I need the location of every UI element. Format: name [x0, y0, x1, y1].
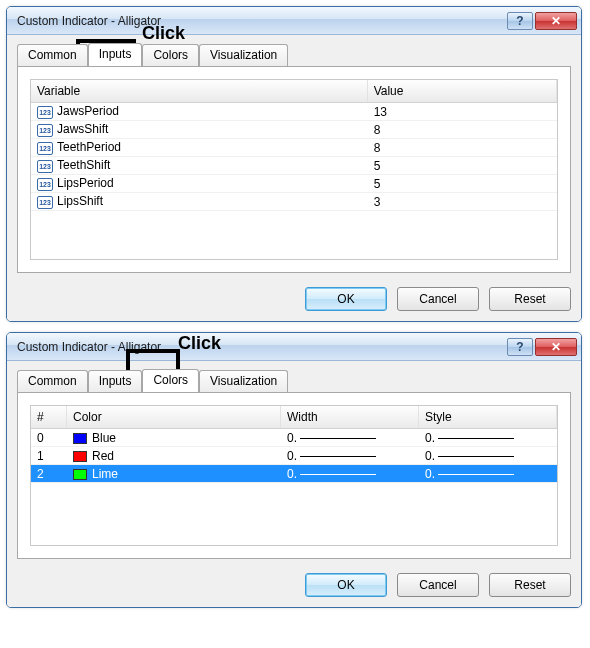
- row-num: 2: [31, 466, 67, 482]
- width-preview: [300, 456, 376, 457]
- titlebar[interactable]: Custom Indicator - Alligator ? ✕: [7, 7, 581, 35]
- width-preview: [300, 438, 376, 439]
- int-icon: 123: [37, 124, 53, 137]
- style-preview: [438, 474, 514, 475]
- col-style[interactable]: Style: [419, 406, 557, 428]
- var-name: JawsPeriod: [57, 104, 119, 118]
- col-width[interactable]: Width: [281, 406, 419, 428]
- ok-button[interactable]: OK: [305, 287, 387, 311]
- var-value[interactable]: 8: [368, 140, 557, 156]
- int-icon: 123: [37, 196, 53, 209]
- style-value[interactable]: 0.: [425, 431, 435, 445]
- help-button[interactable]: ?: [507, 12, 533, 30]
- var-name: LipsShift: [57, 194, 103, 208]
- tab-visualization[interactable]: Visualization: [199, 44, 288, 66]
- col-num[interactable]: #: [31, 406, 67, 428]
- width-value[interactable]: 0.: [287, 467, 297, 481]
- ok-button[interactable]: OK: [305, 573, 387, 597]
- width-value[interactable]: 0.: [287, 449, 297, 463]
- tab-colors[interactable]: Colors: [142, 369, 199, 392]
- row-num: 1: [31, 448, 67, 464]
- dialog-body: Common Inputs Colors Visualization Varia…: [7, 35, 581, 321]
- tab-colors[interactable]: Colors: [142, 44, 199, 66]
- cancel-button[interactable]: Cancel: [397, 287, 479, 311]
- var-value[interactable]: 13: [368, 104, 557, 120]
- dialog-colors: Custom Indicator - Alligator ? ✕ Common …: [6, 332, 582, 608]
- tab-common[interactable]: Common: [17, 370, 88, 392]
- int-icon: 123: [37, 160, 53, 173]
- close-button[interactable]: ✕: [535, 12, 577, 30]
- var-name: TeethPeriod: [57, 140, 121, 154]
- var-name: TeethShift: [57, 158, 110, 172]
- style-preview: [438, 456, 514, 457]
- window-title: Custom Indicator - Alligator: [17, 340, 505, 354]
- int-icon: 123: [37, 178, 53, 191]
- table-row[interactable]: 123TeethShift 5: [31, 157, 557, 175]
- tab-strip: Common Inputs Colors Visualization: [17, 43, 571, 67]
- reset-button[interactable]: Reset: [489, 573, 571, 597]
- table-row[interactable]: 123TeethPeriod 8: [31, 139, 557, 157]
- inputs-table: Variable Value 123JawsPeriod 13 123JawsS…: [30, 79, 558, 260]
- int-icon: 123: [37, 106, 53, 119]
- tab-inputs[interactable]: Inputs: [88, 43, 143, 66]
- colors-table: # Color Width Style 0 Blue 0. 0. 1 Red 0…: [30, 405, 558, 546]
- color-name: Red: [92, 449, 114, 463]
- col-value[interactable]: Value: [368, 80, 557, 102]
- table-row[interactable]: 123LipsShift 3: [31, 193, 557, 211]
- table-row[interactable]: 123JawsPeriod 13: [31, 103, 557, 121]
- window-title: Custom Indicator - Alligator: [17, 14, 505, 28]
- color-swatch[interactable]: [73, 469, 87, 480]
- color-name: Lime: [92, 467, 118, 481]
- tab-strip: Common Inputs Colors Visualization: [17, 369, 571, 393]
- var-name: LipsPeriod: [57, 176, 114, 190]
- style-value[interactable]: 0.: [425, 449, 435, 463]
- table-row[interactable]: 123LipsPeriod 5: [31, 175, 557, 193]
- table-empty-space: [31, 211, 557, 259]
- titlebar[interactable]: Custom Indicator - Alligator ? ✕: [7, 333, 581, 361]
- col-variable[interactable]: Variable: [31, 80, 368, 102]
- table-header: Variable Value: [31, 80, 557, 103]
- color-swatch[interactable]: [73, 433, 87, 444]
- tab-content-colors: # Color Width Style 0 Blue 0. 0. 1 Red 0…: [17, 392, 571, 559]
- var-value[interactable]: 5: [368, 176, 557, 192]
- dialog-body: Common Inputs Colors Visualization # Col…: [7, 361, 581, 607]
- button-row: OK Cancel Reset: [17, 559, 571, 597]
- col-color[interactable]: Color: [67, 406, 281, 428]
- var-value[interactable]: 3: [368, 194, 557, 210]
- color-swatch[interactable]: [73, 451, 87, 462]
- table-empty-space: [31, 483, 557, 545]
- reset-button[interactable]: Reset: [489, 287, 571, 311]
- tab-content-inputs: Variable Value 123JawsPeriod 13 123JawsS…: [17, 66, 571, 273]
- dialog-inputs: Custom Indicator - Alligator ? ✕ Common …: [6, 6, 582, 322]
- button-row: OK Cancel Reset: [17, 273, 571, 311]
- row-num: 0: [31, 430, 67, 446]
- table-row[interactable]: 1 Red 0. 0.: [31, 447, 557, 465]
- var-name: JawsShift: [57, 122, 108, 136]
- tab-inputs[interactable]: Inputs: [88, 370, 143, 392]
- tab-visualization[interactable]: Visualization: [199, 370, 288, 392]
- table-header: # Color Width Style: [31, 406, 557, 429]
- table-row[interactable]: 123JawsShift 8: [31, 121, 557, 139]
- int-icon: 123: [37, 142, 53, 155]
- table-row[interactable]: 0 Blue 0. 0.: [31, 429, 557, 447]
- style-value[interactable]: 0.: [425, 467, 435, 481]
- close-button[interactable]: ✕: [535, 338, 577, 356]
- tab-common[interactable]: Common: [17, 44, 88, 66]
- var-value[interactable]: 5: [368, 158, 557, 174]
- cancel-button[interactable]: Cancel: [397, 573, 479, 597]
- color-name: Blue: [92, 431, 116, 445]
- style-preview: [438, 438, 514, 439]
- help-button[interactable]: ?: [507, 338, 533, 356]
- width-value[interactable]: 0.: [287, 431, 297, 445]
- var-value[interactable]: 8: [368, 122, 557, 138]
- width-preview: [300, 474, 376, 475]
- table-row[interactable]: 2 Lime 0. 0.: [31, 465, 557, 483]
